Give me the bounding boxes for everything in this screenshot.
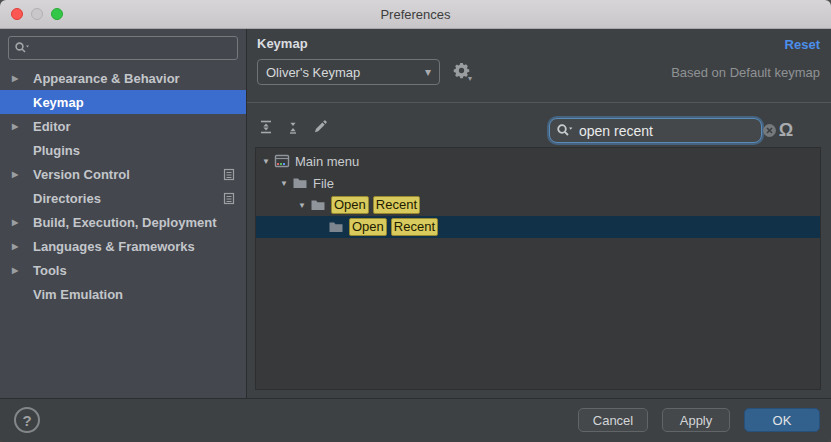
expand-all-icon [258,119,274,135]
main-menu-icon [274,153,290,169]
keymap-tree: ▼ Main menu ▼ File ▼ [255,147,821,390]
sidebar-item-directories[interactable]: Directories [0,186,246,210]
folder-icon [328,219,344,235]
tree-node-label: Main menu [295,154,359,169]
search-icon [14,41,30,55]
sidebar-item-build-execution-deployment[interactable]: ▶ Build, Execution, Deployment [0,210,246,234]
chevron-down-icon[interactable]: ▼ [258,157,274,166]
chevron-right-icon[interactable]: ▶ [12,170,33,179]
sidebar-item-editor[interactable]: ▶ Editor [0,114,246,138]
sidebar-item-plugins[interactable]: Plugins [0,138,246,162]
folder-icon [292,175,308,191]
sidebar-item-label: Tools [33,263,67,278]
chevron-right-icon[interactable]: ▶ [12,218,33,227]
help-icon: ? [22,412,31,429]
apply-button[interactable]: Apply [662,408,730,432]
highlight-match: Open [331,196,369,214]
close-window-button[interactable] [11,8,23,20]
page-title: Keymap [257,36,308,51]
based-on-label: Based on Default keymap [671,65,820,80]
dialog-footer: ? Cancel Apply OK [0,398,831,442]
ok-button[interactable]: OK [744,408,820,432]
title-bar: Preferences [0,0,831,29]
sidebar-nav: ▶ Appearance & Behavior Keymap ▶ Editor … [0,66,246,306]
pencil-icon [312,119,328,135]
collapse-all-button[interactable] [282,116,304,138]
chevron-down-icon: ▾ [425,65,431,79]
window-title: Preferences [380,7,450,22]
sidebar-item-label: Build, Execution, Deployment [33,215,216,230]
chevron-down-icon[interactable]: ▼ [276,179,292,188]
per-project-icon [223,168,235,181]
tree-node-label: File [313,176,334,191]
help-button[interactable]: ? [14,407,40,433]
preferences-window: Preferences ▶ Appearance & Behavior Keym… [0,0,831,442]
chevron-down-icon[interactable]: ▼ [294,201,310,210]
chevron-right-icon[interactable]: ▶ [12,266,33,275]
search-icon [556,123,574,138]
settings-sidebar: ▶ Appearance & Behavior Keymap ▶ Editor … [0,29,247,398]
action-search-input[interactable] [577,122,762,140]
chevron-right-icon[interactable]: ▶ [12,122,33,131]
keymap-dropdown-value: Oliver's Keymap [266,65,360,80]
sidebar-search-input[interactable] [30,40,232,57]
chevron-down-icon: ▾ [468,74,472,83]
highlight-match: Recent [373,196,420,214]
highlighted-label: Open Recent [345,218,438,236]
sidebar-item-languages-frameworks[interactable]: ▶ Languages & Frameworks [0,234,246,258]
folder-icon [310,197,326,213]
sidebar-item-label: Version Control [33,167,130,182]
sidebar-item-vim-emulation[interactable]: Vim Emulation [0,282,246,306]
keymap-panel: Keymap Reset Oliver's Keymap ▾ ▾ Based o… [247,29,831,398]
keymap-settings-button[interactable]: ▾ [453,62,475,84]
reset-link[interactable]: Reset [785,37,820,52]
highlighted-label: Open Recent [327,196,420,214]
sidebar-item-label: Languages & Frameworks [33,239,195,254]
find-by-shortcut-icon: Ω [779,120,793,141]
cancel-button[interactable]: Cancel [578,408,648,432]
sidebar-item-tools[interactable]: ▶ Tools [0,258,246,282]
sidebar-search-box[interactable] [8,36,238,60]
tree-row-open-recent-group[interactable]: ▼ Open Recent [256,194,820,216]
highlight-match: Open [349,218,387,236]
collapse-all-icon [285,119,301,135]
sidebar-item-label: Keymap [33,95,84,110]
per-project-icon [223,192,235,205]
keymap-dropdown[interactable]: Oliver's Keymap ▾ [257,59,440,85]
chevron-right-icon[interactable]: ▶ [12,74,33,83]
sidebar-item-appearance-behavior[interactable]: ▶ Appearance & Behavior [0,66,246,90]
sidebar-item-keymap[interactable]: Keymap [0,90,246,114]
zoom-window-button[interactable] [51,8,63,20]
tree-row-main-menu[interactable]: ▼ Main menu [256,150,820,172]
sidebar-item-version-control[interactable]: ▶ Version Control [0,162,246,186]
chevron-right-icon[interactable]: ▶ [12,242,33,251]
sidebar-item-label: Vim Emulation [33,287,123,302]
header-separator [247,102,831,103]
sidebar-item-label: Editor [33,119,71,134]
tree-row-open-recent-selected[interactable]: Open Recent [256,216,820,238]
expand-all-button[interactable] [255,116,277,138]
edit-shortcut-button[interactable] [309,116,331,138]
minimize-window-button[interactable] [31,8,43,20]
find-actions-by-shortcut-button[interactable]: Ω [773,117,799,143]
tree-row-file[interactable]: ▼ File [256,172,820,194]
sidebar-item-label: Appearance & Behavior [33,71,180,86]
sidebar-item-label: Plugins [33,143,80,158]
sidebar-item-label: Directories [33,191,101,206]
action-search-box[interactable] [549,118,762,143]
window-controls [11,0,63,28]
highlight-match: Recent [391,218,438,236]
